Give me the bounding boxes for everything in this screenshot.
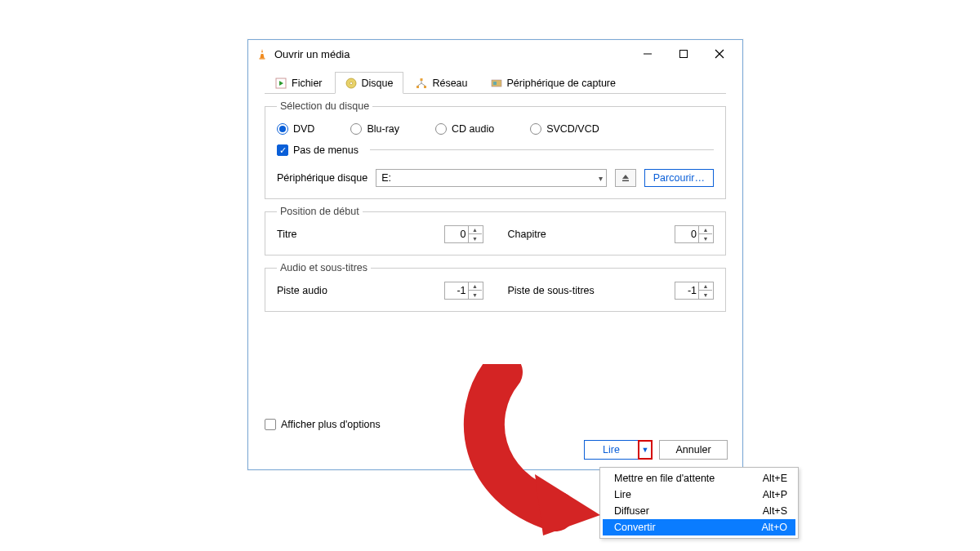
radio-svcd[interactable]: SVCD/VCD: [530, 123, 599, 135]
menu-item-convert[interactable]: Convertir Alt+O: [603, 519, 795, 535]
spin-up-icon: ▲: [469, 226, 482, 234]
spin-buttons[interactable]: ▲▼: [468, 282, 482, 299]
tab-disc[interactable]: Disque: [335, 72, 404, 94]
network-icon: [416, 78, 427, 89]
subs-label: Piste de sous-titres: [508, 285, 667, 296]
no-menus-checkbox[interactable]: ✓ Pas de menus: [277, 144, 359, 156]
svg-rect-20: [622, 180, 629, 182]
menu-label: Mettre en file d'attente: [614, 473, 715, 484]
title-spinbox[interactable]: ▲▼: [444, 225, 483, 243]
disc-device-row: Périphérique disque E: ▾ Parcourir…: [277, 169, 714, 187]
radio-cdaudio[interactable]: CD audio: [435, 123, 494, 135]
radio-bluray[interactable]: Blu-ray: [350, 123, 399, 135]
spin-up-icon: ▲: [699, 226, 712, 234]
chapter-value[interactable]: [675, 228, 698, 241]
menu-shortcut: Alt+O: [761, 522, 787, 533]
menu-label: Lire: [614, 489, 631, 500]
radio-indicator-icon: [350, 123, 362, 135]
svg-rect-11: [421, 78, 423, 81]
tab-file[interactable]: Fichier: [265, 72, 333, 94]
cancel-label: Annuler: [675, 444, 710, 455]
checkbox-label: Pas de menus: [293, 144, 359, 156]
title-value[interactable]: [445, 228, 468, 241]
disc-type-radios: DVD Blu-ray CD audio SVCD/VCD: [277, 123, 714, 135]
menu-item-play[interactable]: Lire Alt+P: [603, 487, 795, 503]
menu-item-enqueue[interactable]: Mettre en file d'attente Alt+E: [603, 470, 795, 487]
svg-line-16: [421, 83, 425, 86]
spin-buttons[interactable]: ▲▼: [468, 226, 482, 242]
disc-selection-group: Sélection du disque DVD Blu-ray CD audio…: [265, 100, 726, 199]
svg-line-15: [418, 83, 422, 86]
eject-button[interactable]: [615, 169, 636, 187]
title-row: Titre ▲▼: [277, 225, 483, 243]
subs-value[interactable]: [675, 284, 698, 297]
checkbox-icon: [265, 419, 276, 430]
radio-indicator-icon: [530, 123, 541, 135]
spin-up-icon: ▲: [469, 282, 482, 291]
radio-label: CD audio: [452, 123, 494, 135]
radio-label: Blu-ray: [367, 123, 399, 135]
audio-value[interactable]: [445, 284, 468, 297]
menu-shortcut: Alt+E: [763, 473, 787, 484]
eject-icon: [621, 173, 630, 183]
play-dropdown-button[interactable]: ▼: [638, 440, 653, 460]
open-media-dialog: Ouvrir un média Fichier Disque: [247, 39, 743, 470]
svg-rect-2: [260, 58, 265, 59]
audio-spinbox[interactable]: ▲▼: [444, 282, 483, 300]
spin-down-icon: ▼: [469, 234, 482, 242]
play-dropdown-menu: Mettre en file d'attente Alt+E Lire Alt+…: [599, 467, 799, 539]
vlc-cone-icon: [256, 48, 268, 60]
window-title: Ouvrir un média: [274, 48, 350, 60]
disc-panel: Sélection du disque DVD Blu-ray CD audio…: [265, 100, 726, 312]
tab-label: Disque: [362, 78, 394, 89]
tab-label: Périphérique de capture: [507, 78, 616, 89]
cancel-button[interactable]: Annuler: [659, 440, 728, 460]
play-split-button: Lire ▼: [584, 440, 653, 460]
close-button[interactable]: [702, 42, 737, 66]
chevron-down-icon: ▾: [599, 174, 603, 183]
browse-label: Parcourir…: [653, 172, 705, 184]
device-label: Périphérique disque: [277, 172, 368, 184]
menu-label: Diffuser: [614, 505, 649, 517]
group-legend: Sélection du disque: [277, 100, 372, 112]
titlebar: Ouvrir un média: [248, 40, 742, 68]
radio-indicator-icon: [277, 123, 288, 135]
maximize-button[interactable]: [666, 42, 702, 66]
group-legend: Position de début: [277, 206, 363, 217]
checkbox-icon: ✓: [277, 144, 288, 156]
menu-item-stream[interactable]: Diffuser Alt+S: [603, 503, 795, 519]
spin-buttons[interactable]: ▲▼: [698, 282, 712, 299]
spin-down-icon: ▼: [469, 291, 482, 299]
file-play-icon: [275, 78, 287, 89]
svg-rect-4: [680, 51, 688, 58]
no-menus-row: ✓ Pas de menus: [277, 143, 714, 156]
chapter-label: Chapitre: [508, 229, 667, 240]
spin-buttons[interactable]: ▲▼: [698, 226, 712, 242]
chapter-spinbox[interactable]: ▲▼: [675, 225, 714, 243]
spin-down-icon: ▼: [699, 234, 712, 242]
radio-label: DVD: [293, 123, 314, 135]
svg-marker-19: [622, 175, 629, 179]
radio-indicator-icon: [435, 123, 447, 135]
svg-rect-13: [424, 86, 426, 88]
minimize-button[interactable]: [630, 42, 666, 66]
svg-rect-12: [416, 86, 419, 88]
browse-button[interactable]: Parcourir…: [644, 169, 714, 187]
more-options-row[interactable]: Afficher plus d'options: [265, 419, 381, 430]
play-label: Lire: [603, 444, 620, 455]
action-buttons: Lire ▼ Annuler: [584, 440, 728, 460]
play-button[interactable]: Lire: [584, 440, 638, 460]
subs-spinbox[interactable]: ▲▼: [675, 282, 714, 300]
tab-capture[interactable]: Périphérique de capture: [480, 72, 626, 94]
tab-label: Fichier: [292, 78, 323, 89]
audio-track-row: Piste audio ▲▼: [277, 282, 483, 300]
audio-label: Piste audio: [277, 285, 436, 296]
svg-point-10: [350, 82, 352, 84]
tab-label: Réseau: [432, 78, 467, 89]
radio-dvd[interactable]: DVD: [277, 123, 314, 135]
svg-rect-1: [261, 52, 264, 54]
device-value: E:: [381, 172, 391, 184]
tab-network[interactable]: Réseau: [405, 72, 478, 94]
device-combobox[interactable]: E: ▾: [376, 169, 607, 187]
group-legend: Audio et sous-titres: [277, 262, 371, 273]
